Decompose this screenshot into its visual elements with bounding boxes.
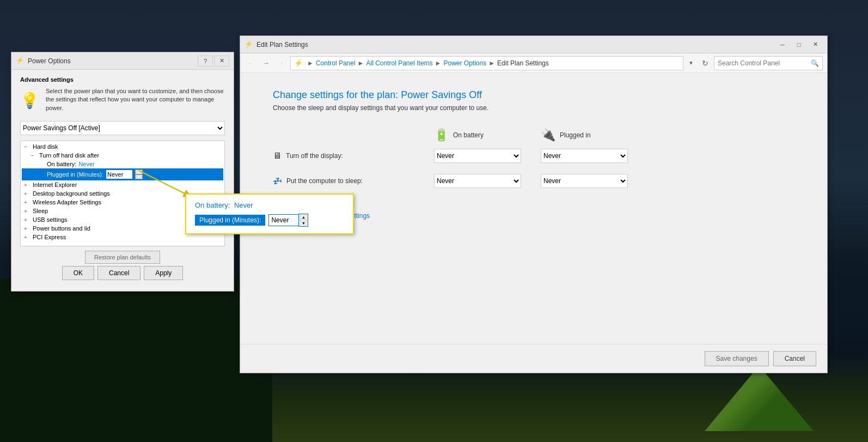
edit-plan-maximize-button[interactable]: □	[791, 39, 806, 50]
power-options-titlebar: ⚡ Power Options ? ✕	[11, 52, 234, 70]
plan-subtitle: Choose the sleep and display settings th…	[273, 104, 794, 112]
edit-plan-titlebar: ⚡ Edit Plan Settings ─ □ ✕	[240, 36, 827, 53]
turn-off-hdd-expander: −	[30, 153, 37, 159]
wireless-label: Wireless Adapter Settings	[33, 199, 101, 205]
hard-disk-label: Hard disk	[33, 143, 58, 150]
dialog-footer-restore: Restore plan defaults	[20, 246, 225, 266]
sleep-row: 💤 Put the computer to sleep: Never Never	[273, 174, 794, 188]
edit-plan-titlebar-title: Edit Plan Settings	[256, 41, 775, 49]
pci-express-label: PCI Express	[33, 234, 66, 240]
plugged-in-label: Plugged in (Minutes):	[47, 171, 103, 178]
power-options-dialog: ⚡ Power Options ? ✕ Advanced settings 💡 …	[11, 52, 234, 292]
battery-column-header: 🔋 On battery	[434, 128, 532, 142]
turn-off-display-row: 🖥 Turn off the display: Never Never	[273, 149, 794, 163]
turn-off-display-label: 🖥 Turn off the display:	[273, 151, 425, 161]
cancel-button[interactable]: Cancel	[97, 266, 140, 280]
on-battery-never-value: Never	[78, 161, 94, 167]
power-options-icon: ⚡	[16, 57, 25, 65]
dialog-header-section: 💡 Select the power plan that you want to…	[20, 87, 225, 113]
sleep-tree-label: Sleep	[33, 208, 48, 214]
edit-plan-footer: Save changes Cancel	[240, 344, 827, 373]
breadcrumb-dropdown-button[interactable]: ▼	[686, 56, 696, 70]
advanced-settings-label: Advanced settings	[20, 76, 225, 83]
address-bar: ← → ↑ ⚡ ► Control Panel ► All Control Pa…	[240, 53, 827, 73]
breadcrumb-home-icon: ⚡	[294, 59, 303, 68]
edit-plan-minimize-button[interactable]: ─	[775, 39, 790, 50]
sleep-label: 💤 Put the computer to sleep:	[273, 177, 425, 185]
restore-plan-defaults-button[interactable]: Restore plan defaults	[85, 251, 160, 264]
monitor-icon: 🖥	[273, 151, 282, 161]
save-changes-button[interactable]: Save changes	[705, 351, 769, 366]
plug-icon: 🔌	[541, 128, 555, 142]
callout-spinner-input[interactable]	[268, 214, 298, 226]
callout-spinner-down[interactable]: ▼	[299, 220, 308, 226]
sleep-battery-dropdown[interactable]: Never	[434, 174, 521, 188]
breadcrumb-power-options[interactable]: Power Options	[443, 59, 486, 67]
breadcrumb-control-panel[interactable]: Control Panel	[316, 59, 356, 67]
on-battery-never-label: On battery:	[47, 161, 76, 167]
dialog-header-text: Select the power plan that you want to c…	[46, 87, 225, 113]
edit-plan-cancel-button[interactable]: Cancel	[773, 351, 816, 366]
tree-item-turn-off-hdd[interactable]: − Turn off hard disk after	[22, 151, 223, 160]
svg-line-1	[139, 171, 188, 195]
callout-plugged-label: Plugged in (Minutes):	[195, 215, 265, 226]
battery-icon: 🔋	[434, 128, 449, 142]
settings-header: 🔋 On battery 🔌 Plugged in	[273, 128, 794, 142]
search-icon: 🔍	[811, 59, 819, 67]
power-buttons-label: Power buttons and lid	[33, 225, 90, 232]
dialog-header-icon: 💡	[20, 87, 39, 113]
edit-plan-window-controls: ─ □ ✕	[775, 39, 823, 50]
callout-on-battery-value: Never	[234, 201, 253, 209]
power-options-controls: ? ✕	[198, 56, 229, 66]
power-options-close-button[interactable]: ✕	[214, 56, 229, 66]
sleep-plugged-dropdown[interactable]: Never	[541, 174, 628, 188]
edit-plan-titlebar-icon: ⚡	[244, 40, 253, 49]
turn-off-display-plugged-dropdown[interactable]: Never	[541, 149, 628, 163]
edit-plan-close-button[interactable]: ✕	[808, 39, 823, 50]
usb-label: USB settings	[33, 216, 68, 223]
plugged-in-spinner-input[interactable]	[106, 169, 133, 179]
breadcrumb-all-items[interactable]: All Control Panel Items	[366, 59, 433, 67]
callout-spinner-buttons: ▲ ▼	[298, 214, 308, 227]
forward-button[interactable]: →	[260, 57, 273, 70]
plan-title: Change settings for the plan: Power Savi…	[273, 89, 794, 101]
breadcrumb-bar: ⚡ ► Control Panel ► All Control Panel It…	[290, 56, 683, 70]
desktop-bg-label: Desktop background settings	[33, 190, 110, 197]
callout-plugged-row: Plugged in (Minutes): ▲ ▼	[195, 214, 344, 227]
apply-button[interactable]: Apply	[144, 266, 183, 280]
search-box: 🔍	[714, 56, 823, 70]
up-button[interactable]: ↑	[275, 57, 288, 70]
search-input[interactable]	[718, 59, 811, 67]
turn-off-display-battery-dropdown[interactable]: Never	[434, 149, 521, 163]
ok-button[interactable]: OK	[62, 266, 94, 280]
back-button[interactable]: ←	[244, 57, 258, 70]
plan-select-dropdown[interactable]: Power Savings Off [Active]	[20, 121, 225, 135]
callout-box: On battery: Never Plugged in (Minutes): …	[185, 193, 354, 234]
bg-trees	[0, 278, 272, 442]
hard-disk-expander: −	[24, 144, 30, 150]
refresh-button[interactable]: ↻	[699, 57, 712, 70]
dialog-action-buttons: OK Cancel Apply	[20, 266, 225, 284]
plugged-column-header: 🔌 Plugged in	[541, 128, 639, 142]
callout-spinner-up[interactable]: ▲	[299, 214, 308, 220]
power-options-help-button[interactable]: ?	[198, 56, 213, 66]
turn-off-hdd-label: Turn off hard disk after	[39, 152, 99, 159]
callout-on-battery: On battery: Never	[195, 201, 344, 209]
tree-item-hard-disk[interactable]: − Hard disk	[22, 142, 223, 151]
power-options-content: Advanced settings 💡 Select the power pla…	[11, 70, 234, 291]
sleep-icon: 💤	[273, 177, 282, 185]
power-options-title: Power Options	[28, 57, 198, 65]
callout-spinner: ▲ ▼	[268, 214, 308, 227]
internet-explorer-label: Internet Explorer	[33, 181, 77, 188]
breadcrumb-current: Edit Plan Settings	[497, 59, 549, 67]
